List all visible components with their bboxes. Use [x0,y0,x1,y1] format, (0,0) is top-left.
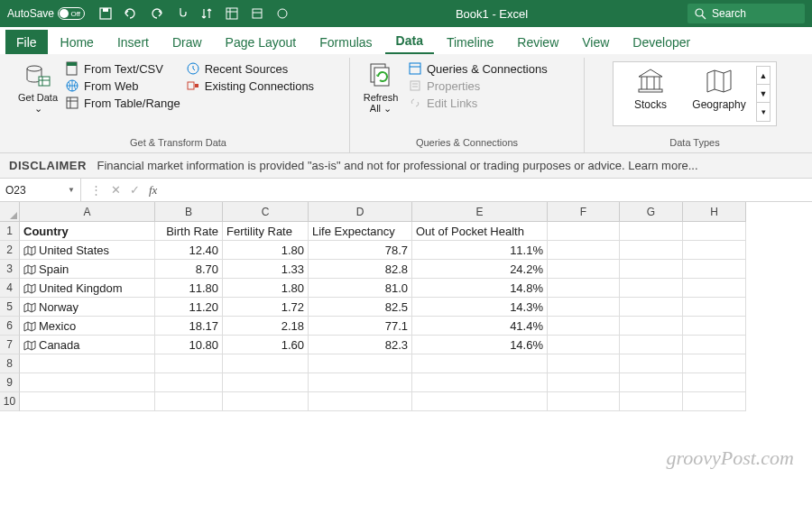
cell[interactable] [548,298,620,317]
cell[interactable]: Birth Rate [155,222,223,241]
col-header[interactable]: G [620,202,683,222]
from-web-button[interactable]: From Web [65,78,180,93]
cell[interactable] [20,354,155,373]
cell[interactable] [683,336,746,354]
cell[interactable]: 81.0 [309,279,412,298]
tab-view[interactable]: View [571,30,620,54]
form-icon[interactable] [249,7,265,20]
cell[interactable]: 11.80 [155,279,223,298]
cell[interactable]: 12.40 [155,241,223,260]
formula-input[interactable] [166,179,812,201]
cell[interactable] [155,373,223,392]
circle-icon[interactable] [274,8,291,19]
cell[interactable]: 82.8 [309,260,412,279]
refresh-all-button[interactable]: Refresh All ⌄ [359,61,402,114]
cell[interactable] [620,260,683,279]
cell[interactable]: 8.70 [155,260,223,279]
cell[interactable]: Mexico [20,317,155,336]
cell[interactable] [548,336,620,354]
cell[interactable] [223,392,309,411]
more-icon[interactable]: ▾ [757,103,770,121]
col-header[interactable]: F [548,202,620,222]
cell[interactable]: Fertility Rate [223,222,309,241]
name-box[interactable]: O23 ▼ [0,179,81,201]
cell[interactable] [620,279,683,298]
col-header[interactable]: C [223,202,309,222]
tab-formulas[interactable]: Formulas [309,30,383,54]
fx-label[interactable]: fx [149,183,157,198]
cell[interactable]: 1.80 [223,279,309,298]
row-header[interactable]: 9 [0,373,20,392]
search-input[interactable]: Search [687,4,805,23]
geography-button[interactable]: Geography [687,66,751,122]
col-header[interactable]: H [683,202,746,222]
from-table-range-button[interactable]: From Table/Range [65,96,180,110]
row-header[interactable]: 2 [0,241,20,260]
cell[interactable] [548,241,620,260]
cell[interactable] [548,354,620,373]
get-data-button[interactable]: Get Data ⌄ [16,61,60,114]
cell[interactable]: Norway [20,298,155,317]
spreadsheet-grid[interactable]: A B C D E F G H 1 Country Birth Rate Fer… [0,202,812,411]
tab-page-layout[interactable]: Page Layout [215,30,308,54]
cell[interactable]: 1.60 [223,336,309,354]
row-header[interactable]: 6 [0,317,20,336]
tab-developer[interactable]: Developer [622,30,701,54]
cell[interactable] [620,222,683,241]
cell[interactable] [683,260,746,279]
cell[interactable] [20,392,155,411]
recent-sources-button[interactable]: Recent Sources [186,61,314,76]
sort-icon[interactable] [198,7,215,20]
chevron-down-icon[interactable]: ▼ [757,85,770,103]
cell[interactable]: Life Expectancy [309,222,412,241]
row-header[interactable]: 10 [0,392,20,411]
tab-file[interactable]: File [5,30,48,54]
cell[interactable] [548,392,620,411]
cell[interactable]: Spain [20,260,155,279]
cell[interactable]: 82.5 [309,298,412,317]
cell[interactable] [223,373,309,392]
cell[interactable]: United States [20,241,155,260]
tab-review[interactable]: Review [506,30,569,54]
cell[interactable]: 24.2% [412,260,548,279]
cell[interactable] [548,317,620,336]
cell[interactable]: 1.33 [223,260,309,279]
cell[interactable]: 1.72 [223,298,309,317]
tab-draw[interactable]: Draw [161,30,213,54]
gallery-scroll[interactable]: ▲ ▼ ▾ [756,66,770,122]
undo-icon[interactable] [123,7,139,20]
cell[interactable] [155,392,223,411]
cell[interactable]: 82.3 [309,336,412,354]
cell[interactable]: 41.4% [412,317,548,336]
tab-insert[interactable]: Insert [106,30,160,54]
cell[interactable] [412,392,548,411]
cell[interactable] [620,373,683,392]
row-header[interactable]: 7 [0,336,20,354]
cell[interactable] [683,241,746,260]
col-header[interactable]: D [309,202,412,222]
cell[interactable] [155,354,223,373]
cell[interactable] [620,317,683,336]
cell[interactable] [309,392,412,411]
cell[interactable] [683,373,746,392]
cell[interactable] [620,354,683,373]
tab-home[interactable]: Home [50,30,105,54]
cell[interactable]: Canada [20,336,155,354]
cell[interactable] [683,392,746,411]
cell[interactable]: United Kingdom [20,279,155,298]
cell[interactable] [20,373,155,392]
cell[interactable]: 14.6% [412,336,548,354]
cell[interactable]: 10.80 [155,336,223,354]
col-header[interactable]: A [20,202,155,222]
cell[interactable] [412,354,548,373]
cell[interactable] [412,373,548,392]
row-header[interactable]: 5 [0,298,20,317]
row-header[interactable]: 3 [0,260,20,279]
cell[interactable]: 14.8% [412,279,548,298]
cell[interactable] [620,298,683,317]
cell[interactable] [620,241,683,260]
cell[interactable] [309,354,412,373]
stocks-button[interactable]: Stocks [619,66,682,122]
chevron-up-icon[interactable]: ▲ [757,67,770,85]
cell[interactable] [683,354,746,373]
